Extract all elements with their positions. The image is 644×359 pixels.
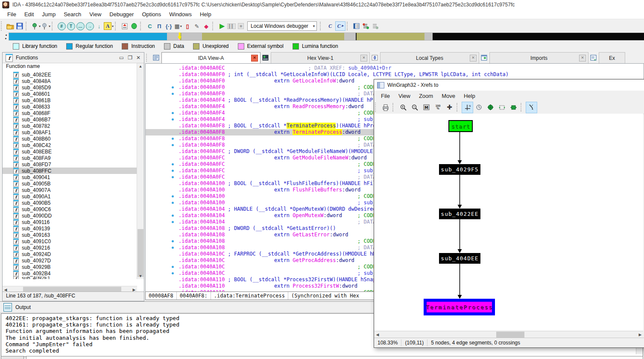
pause-process-button[interactable]: ▌▌ <box>227 21 236 31</box>
wingraph-menu-move[interactable]: Move <box>437 92 460 100</box>
zoom-in-button[interactable] <box>398 102 409 113</box>
attach-c2-button[interactable]: C‣ <box>335 21 345 31</box>
menu-windows[interactable]: Windows <box>165 10 196 18</box>
menu-options[interactable]: Options <box>138 10 165 18</box>
enable-breakpoint-button[interactable] <box>361 21 371 31</box>
function-list-item[interactable]: fsub_40905B <box>3 180 137 187</box>
save-database-button[interactable] <box>15 21 24 31</box>
tab-ida-view[interactable]: IDA View-A✕ <box>161 52 261 63</box>
function-list-item[interactable]: fsub_409041 <box>3 174 137 180</box>
scroll-up-icon[interactable]: ▲ <box>137 63 144 69</box>
jump-forward-button[interactable]: ▾ <box>41 21 50 31</box>
cli-input[interactable] <box>26 356 643 359</box>
tab-local-types[interactable]: Local Types✕ <box>380 52 479 63</box>
graph-node-start[interactable]: start <box>448 120 473 132</box>
function-list-item[interactable]: fsub_408FFC <box>3 168 137 174</box>
tab-hex-view[interactable]: Hex View-1✕ <box>271 52 370 63</box>
functions-vscrollbar[interactable]: ▲ ▼ <box>137 63 144 279</box>
zoom-100-button[interactable]: 100% <box>432 102 444 113</box>
highlight-button[interactable]: A▾ <box>104 21 114 31</box>
run-to-cursor-button[interactable] <box>129 21 139 31</box>
float-icon[interactable]: ❐ <box>128 55 132 61</box>
xrefs-button[interactable]: → <box>85 21 94 31</box>
struct-view-button[interactable]: ▦▾ <box>173 21 183 31</box>
wingraph-hscrollbar[interactable]: ◀ ▶ <box>375 331 643 338</box>
start-process-button[interactable]: ▶ <box>217 21 227 31</box>
function-list-item[interactable]: fsub_409163 <box>3 232 137 238</box>
functions-vscroll-thumb[interactable] <box>138 229 143 277</box>
function-list-item[interactable]: fsub_408B60 <box>3 135 137 142</box>
wingraph-hscroll-thumb[interactable] <box>496 332 524 338</box>
layout-origin-button[interactable]: N <box>462 102 473 113</box>
fit-window-button[interactable] <box>496 102 508 113</box>
graph-node-sub_404dee[interactable]: sub_404DEE <box>439 253 480 264</box>
function-list-item[interactable]: fsub_40927D <box>3 257 137 264</box>
function-list-item[interactable]: fsub_4086B7 <box>3 116 137 123</box>
diff-button[interactable]: ◆ <box>202 21 211 31</box>
names-window-button[interactable]: # <box>57 21 66 31</box>
cli-language-button[interactable]: IDC▾ <box>1 356 24 359</box>
tab-close-icon[interactable]: ✕ <box>251 55 258 62</box>
expand-window-button[interactable] <box>508 102 519 113</box>
wingraph-titlebar[interactable]: WinGraph32 - Xrefs to <box>374 79 644 91</box>
edit-struct-button[interactable]: {·} <box>164 21 173 31</box>
function-list-item[interactable]: fsub_408601 <box>3 91 137 97</box>
zoom-fit-button[interactable]: M <box>421 102 432 113</box>
wingraph-menu-view[interactable]: View <box>394 92 415 100</box>
open-file-button[interactable] <box>6 21 15 31</box>
function-list-item[interactable]: fsub_40929B <box>3 264 137 270</box>
function-list-item[interactable]: fsub_4090B5 <box>3 200 137 206</box>
function-list-item[interactable]: fsub_409139 <box>3 225 137 232</box>
function-list-item[interactable]: fsub_408C42 <box>3 142 137 148</box>
function-list-item[interactable]: fsub_408EBE <box>3 148 137 155</box>
functions-panel-titlebar[interactable]: f Functions ▭ ❐ ✕ <box>3 53 144 63</box>
stop-process-button[interactable]: ■ <box>236 21 246 31</box>
function-list-item[interactable]: fsub_4090DD <box>3 212 137 219</box>
debugger-select[interactable]: Local Windows debugger▾ <box>247 21 317 31</box>
wingraph-menu-file[interactable]: File <box>377 92 394 100</box>
navband-track[interactable] <box>9 32 644 41</box>
function-list-item[interactable]: fsub_408782 <box>3 123 137 129</box>
relayout-button[interactable] <box>473 102 485 113</box>
edit-item-button[interactable]: ✎ <box>192 21 202 31</box>
xrefs-graph-canvas[interactable]: startsub_4029F5sub_4022EEsub_404DEETermi… <box>375 114 643 331</box>
print-button[interactable] <box>380 102 391 113</box>
tab-close-icon[interactable]: ✕ <box>470 55 477 62</box>
function-list-item[interactable]: fsub_408633 <box>3 103 137 110</box>
wingraph-menu-zoom[interactable]: Zoom <box>415 92 437 100</box>
function-list-item[interactable]: fsub_408AF1 <box>3 129 137 135</box>
function-list-item[interactable]: fsub_4091C0 <box>3 238 137 244</box>
scroll-down-icon[interactable]: ▼ <box>137 273 144 279</box>
function-list-item[interactable]: fsub_40861B <box>3 97 137 103</box>
edge-mode-button[interactable] <box>526 102 537 113</box>
function-list-item[interactable]: fsub_40868F <box>3 110 137 116</box>
text-view-button[interactable]: T <box>66 21 76 31</box>
function-list-item[interactable]: fsub_4085D9 <box>3 84 137 91</box>
jump-back-button[interactable]: ▾ <box>31 21 41 31</box>
maximize-icon[interactable]: ▭ <box>119 55 124 61</box>
close-icon[interactable]: ✕ <box>136 55 141 61</box>
function-list-item[interactable]: fsub_40907A <box>3 187 137 193</box>
navband-arrows[interactable]: ◂▸ <box>3 33 9 40</box>
graph-node-terminateprocess[interactable]: TerminateProcess <box>424 299 495 315</box>
menu-help[interactable]: Help <box>196 10 216 18</box>
function-list-item[interactable]: fsub_4090C6 <box>3 206 137 212</box>
function-list-item[interactable]: fsub_4092B4 <box>3 270 137 277</box>
jump-address-button[interactable]: ↓ <box>94 21 104 31</box>
attach-c-button[interactable]: C <box>325 21 335 31</box>
graph-node-sub_4022ee[interactable]: sub_4022EE <box>439 209 480 219</box>
comments-button[interactable]: … <box>76 21 85 31</box>
tab-imports[interactable]: Imports✕ <box>489 52 588 63</box>
menu-edit[interactable]: Edit <box>20 10 38 18</box>
menu-search[interactable]: Search <box>60 10 85 18</box>
sphere-layout-button[interactable] <box>485 102 496 113</box>
menu-jump[interactable]: Jump <box>38 10 60 18</box>
function-list-item[interactable]: fsub_4090A1 <box>3 193 137 200</box>
functions-column-header[interactable]: Function name <box>3 63 40 71</box>
breakpoint-flag-button[interactable] <box>120 21 129 31</box>
zoom-out-button[interactable] <box>409 102 421 113</box>
scroll-right-icon[interactable]: ▶ <box>637 331 643 338</box>
function-list-item[interactable]: fsub_40848A <box>3 78 137 84</box>
add-struct-member-button[interactable]: Π <box>155 21 164 31</box>
function-list-item[interactable]: fsub_408FD7 <box>3 161 137 168</box>
